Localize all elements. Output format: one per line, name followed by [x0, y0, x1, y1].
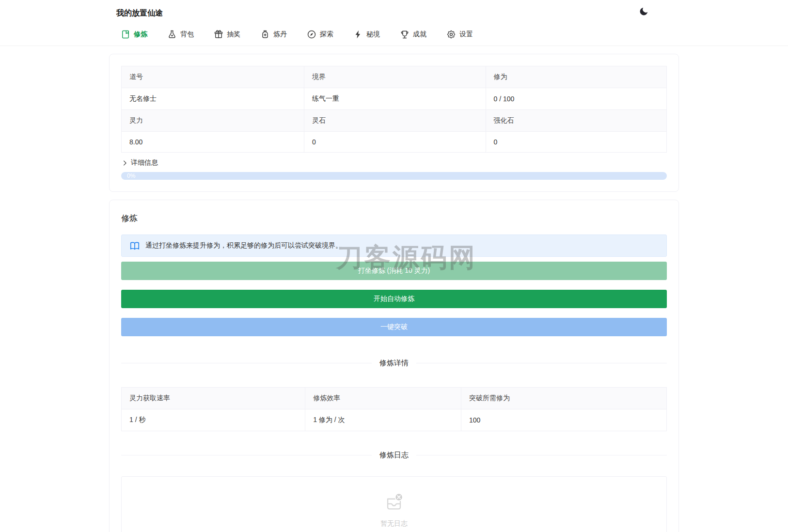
tab-label: 修炼	[134, 30, 147, 39]
potion-jar-icon	[260, 30, 270, 39]
tab-label: 秘境	[366, 30, 380, 39]
tab-explore[interactable]: 探索	[307, 30, 333, 39]
lightning-icon	[353, 30, 363, 39]
breakthrough-button[interactable]: 一键突破	[121, 318, 667, 336]
progress-percent-label: 0%	[121, 172, 135, 179]
cultivation-card: 修炼 通过打坐修炼来提升修为，积累足够的修为后可以尝试突破境界。 打坐修炼 (消…	[109, 200, 679, 532]
cell-gain-rate-label: 灵力获取速率	[122, 388, 305, 409]
cultivation-tip-text: 通过打坐修炼来提升修为，积累足够的修为后可以尝试突破境界。	[145, 241, 342, 250]
moon-icon	[638, 6, 649, 17]
tab-secret-realm[interactable]: 秘境	[353, 30, 380, 39]
trophy-icon	[400, 30, 410, 39]
tab-backpack[interactable]: 背包	[167, 30, 194, 39]
chevron-right-icon	[121, 159, 128, 167]
gear-icon	[446, 30, 456, 39]
cell-spirit-stone-value: 0	[304, 132, 486, 153]
main-content: 道号 境界 修为 无名修士 练气一重 0 / 100 灵力 灵石 强化石 8.0…	[109, 54, 679, 532]
tab-label: 抽奖	[227, 30, 240, 39]
table-row: 无名修士 练气一重 0 / 100	[122, 88, 667, 110]
tab-label: 探索	[320, 30, 333, 39]
log-divider: 修炼日志	[121, 451, 667, 460]
cell-enhance-stone-value: 0	[486, 132, 667, 153]
tab-cultivation[interactable]: 修炼	[121, 30, 147, 39]
cell-cultivation-label: 修为	[486, 66, 667, 88]
book-icon	[121, 30, 130, 39]
log-divider-label: 修炼日志	[379, 451, 409, 460]
cultivation-details-table: 灵力获取速率 修炼效率 突破所需修为 1 / 秒 1 修为 / 次 100	[121, 387, 667, 431]
cell-breakthrough-req-value: 100	[461, 409, 666, 431]
cell-cultivation-value: 0 / 100	[486, 88, 667, 110]
table-row: 道号 境界 修为	[122, 66, 667, 88]
table-row: 灵力 灵石 强化石	[122, 110, 667, 132]
cell-spirit-power-value: 8.00	[122, 132, 304, 153]
section-title: 修炼	[121, 213, 667, 224]
cultivation-tip-alert: 通过打坐修炼来提升修为，积累足够的修为后可以尝试突破境界。	[121, 235, 667, 257]
inbox-x-icon	[383, 491, 405, 513]
tab-alchemy[interactable]: 炼丹	[260, 30, 287, 39]
cell-realm-label: 境界	[304, 66, 486, 88]
tab-lottery[interactable]: 抽奖	[214, 30, 240, 39]
app-root: 我的放置仙途 修炼	[0, 0, 788, 532]
gift-icon	[214, 30, 223, 39]
tab-settings[interactable]: 设置	[446, 30, 473, 39]
tab-label: 设置	[459, 30, 473, 39]
tab-label: 背包	[180, 30, 194, 39]
app-header: 我的放置仙途 修炼	[0, 0, 788, 46]
status-card: 道号 境界 修为 无名修士 练气一重 0 / 100 灵力 灵石 强化石 8.0…	[109, 54, 679, 192]
table-row: 灵力获取速率 修炼效率 突破所需修为	[122, 388, 667, 409]
flask-icon	[167, 30, 177, 39]
cell-spirit-power-label: 灵力	[122, 110, 304, 132]
tab-label: 炼丹	[273, 30, 287, 39]
app-title: 我的放置仙途	[116, 8, 679, 18]
meditate-button[interactable]: 打坐修炼 (消耗 10 灵力)	[121, 262, 667, 280]
log-empty-state: 暂无日志	[121, 476, 667, 532]
tab-achievements[interactable]: 成就	[400, 30, 426, 39]
tab-label: 成就	[413, 30, 426, 39]
details-divider: 修炼详情	[121, 359, 667, 368]
table-row: 8.00 0 0	[122, 132, 667, 153]
cell-efficiency-value: 1 修为 / 次	[305, 409, 461, 431]
cell-gain-rate-value: 1 / 秒	[122, 409, 305, 431]
details-toggle[interactable]: 详细信息	[121, 158, 158, 167]
cell-efficiency-label: 修炼效率	[305, 388, 461, 409]
empty-log-text: 暂无日志	[380, 519, 408, 528]
cell-spirit-stone-label: 灵石	[304, 110, 486, 132]
auto-cultivate-button[interactable]: 开始自动修炼	[121, 290, 667, 308]
cell-enhance-stone-label: 强化石	[486, 110, 667, 132]
status-table: 道号 境界 修为 无名修士 练气一重 0 / 100 灵力 灵石 强化石 8.0…	[121, 66, 667, 153]
cultivation-progress-bar: 0%	[121, 172, 667, 180]
cell-dao-name-label: 道号	[122, 66, 304, 88]
main-nav: 修炼 背包	[109, 18, 679, 46]
cell-breakthrough-req-label: 突破所需修为	[461, 388, 666, 409]
details-toggle-label: 详细信息	[131, 158, 158, 167]
cell-realm-value: 练气一重	[304, 88, 486, 110]
compass-icon	[307, 30, 316, 39]
open-book-icon	[129, 240, 140, 251]
details-divider-label: 修炼详情	[379, 359, 409, 368]
cell-dao-name-value: 无名修士	[122, 88, 304, 110]
theme-toggle-button[interactable]	[638, 6, 649, 17]
table-row: 1 / 秒 1 修为 / 次 100	[122, 409, 667, 431]
